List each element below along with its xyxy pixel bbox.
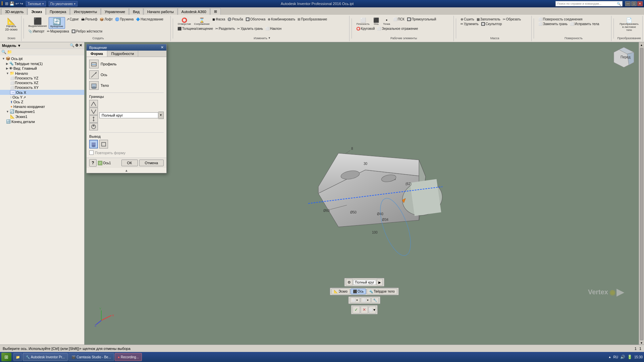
btn-tochka[interactable]: • Точка	[382, 17, 392, 26]
tree-expand-os[interactable]: ▼	[2, 57, 5, 60]
scroll-thumb[interactable]	[640, 48, 643, 340]
tree-item-ploskxz[interactable]: ⬜ Плоскость XZ	[0, 80, 84, 85]
scroll-down-btn[interactable]: ▼	[640, 342, 643, 345]
taskbar-btn-recording[interactable]: ● Recording...	[115, 353, 142, 361]
dialog-axis-btn[interactable]	[89, 70, 99, 79]
dialog-tab-podrobnosti[interactable]: Подробности	[107, 51, 139, 57]
dialog-boundary-select[interactable]: Полный круг	[99, 112, 158, 118]
tree-item-osx[interactable]: → Ось X	[0, 90, 84, 95]
mini-menu-btn[interactable]: ⬜▼	[369, 306, 376, 313]
btn-naklon[interactable]: ⬜ Наклон	[264, 26, 282, 31]
dialog-close-btn[interactable]: ✕	[161, 45, 164, 50]
dialog-help-btn[interactable]: ?	[89, 159, 97, 167]
btn-os[interactable]: ⬛ Ось	[371, 17, 381, 26]
izmenit-dropdown-arrow[interactable]: ▼	[268, 37, 271, 40]
btn-faska[interactable]: ◼ Фаска	[211, 17, 226, 21]
tree-item-eskiz1[interactable]: 📐 Эскиз1	[0, 114, 84, 119]
btn-loft[interactable]: 📦 Лофт	[99, 17, 114, 21]
tree-item-nachalo-coord[interactable]: ✦ Начало координат	[0, 104, 84, 109]
tree-expand-tverdye[interactable]: ▶	[6, 62, 8, 65]
mini-btn-a3[interactable]: 🔧	[371, 297, 379, 303]
dialog-profile-btn[interactable]	[89, 60, 99, 68]
sidebar-close-btn[interactable]: ✕	[79, 43, 82, 48]
tab-proverka[interactable]: Проверка	[46, 8, 70, 15]
tab-upravlenie[interactable]: Управление	[101, 8, 129, 15]
btn-shit[interactable]: ⊕ Сшить	[460, 17, 475, 21]
dropdown-style[interactable]: По умолчанию ▼	[49, 1, 78, 6]
btn-ispravit-tela[interactable]: ⬜ Исправить тела	[569, 22, 600, 26]
taskbar-up-arrow[interactable]: ▲	[608, 355, 611, 359]
battery-icon[interactable]: 🔋	[627, 355, 632, 359]
nav-cube[interactable]: Перед	[610, 46, 637, 72]
tab-3dmodel[interactable]: 3D-модель	[1, 8, 27, 15]
dialog-repeat-checkbox[interactable]	[89, 150, 94, 155]
sidebar-expand-btn[interactable]: 📁	[7, 50, 12, 54]
dialog-ok-btn[interactable]: ОК	[121, 160, 138, 166]
tree-item-osz[interactable]: ⬆ Ось Z	[0, 100, 84, 104]
btn-sopryazhenie[interactable]: ⌛ Сопряжение	[193, 17, 211, 26]
mini-btn-os[interactable]: ⬛ Ось	[351, 289, 366, 294]
close-btn[interactable]: ✕	[637, 1, 643, 6]
btn-skulptor[interactable]: 🔲 Скульптор	[480, 22, 503, 26]
dialog-arrow-up-btn[interactable]	[89, 100, 98, 107]
tree-item-konec[interactable]: 🔚 Конец детали	[0, 119, 84, 124]
dropdown-profile[interactable]: Типовые ▼	[26, 1, 46, 6]
dialog-output-solid-btn[interactable]	[89, 140, 98, 148]
tree-expand-vid[interactable]: ▶	[6, 67, 8, 70]
btn-import[interactable]: 📎 Импорт	[27, 29, 46, 34]
btn-pov-soedinenie[interactable]: ⬜ Поверхность соединения	[537, 17, 584, 21]
btn-obrezat[interactable]: ✂ Обрезать	[502, 17, 522, 21]
taskbar-btn-camtasia[interactable]: 🎬 Camtasia Studio - Be...	[68, 353, 114, 361]
taskbar-btn-explorer[interactable]: 📁	[13, 353, 22, 361]
mini-confirm-btn[interactable]: ✓	[353, 306, 360, 313]
btn-relef[interactable]: 🏔 Рельеф	[80, 17, 98, 21]
dialog-output-surface-btn[interactable]	[99, 140, 108, 148]
btn-krugovy[interactable]: ⭕ Круговой	[355, 26, 376, 31]
lang-indicator[interactable]: RU	[613, 355, 618, 359]
dialog-loop-btn[interactable]	[89, 123, 98, 130]
btn-zapolnitel[interactable]: ▦ Заполнитель	[476, 17, 501, 21]
btn-kombinirovat[interactable]: ⊕ Комбинировать	[267, 17, 296, 21]
btn-sdvig[interactable]: ↗ Сдвиг	[65, 17, 80, 21]
btn-ploskost[interactable]: ⬜ Плоскость	[355, 17, 371, 26]
qa-btn-redo[interactable]: ↪	[20, 1, 23, 6]
tree-item-ploskyz[interactable]: ⬜ Плоскость YZ	[0, 76, 84, 80]
btn-rezba[interactable]: 🔘 Резьба	[226, 17, 244, 21]
dialog-preview-checkbox[interactable]: ✓	[98, 161, 102, 165]
btn-otverstie[interactable]: ⭕ Отверстие	[176, 17, 193, 26]
dialog-cancel-btn[interactable]: Отмена	[139, 160, 164, 166]
search-box[interactable]: Поиск по справке и командам... 🔍	[555, 1, 623, 6]
mini-btn-a2[interactable]: ⬜ ▼	[361, 297, 371, 303]
btn-vydavlivanie[interactable]: ⬛ Выдавливание	[27, 17, 48, 28]
tree-item-vrashhenie1[interactable]: ▼ 🔄 Вращение1	[0, 109, 84, 114]
minimize-btn[interactable]: —	[625, 1, 631, 6]
btn-tolshina[interactable]: ⬛ Толщина/смещение	[176, 26, 214, 31]
viewport[interactable]: Перед ▲ ▼	[85, 42, 644, 345]
btn-convert-listovoe[interactable]: 📄 Преобразоватьв листовоетело	[618, 17, 640, 32]
btn-udalit-gran[interactable]: ✂ Удалить грань	[236, 26, 264, 31]
tree-expand-nachalo[interactable]: ▼	[6, 72, 9, 75]
qa-btn-save[interactable]: 💾	[9, 1, 14, 6]
dialog-boundary-arrow[interactable]: ▼	[158, 112, 164, 119]
mini-btn-a1[interactable]: ⬜ ▼	[350, 297, 360, 303]
tree-expand-vrashhenie1[interactable]: ▼	[6, 110, 9, 113]
btn-obolochka[interactable]: 🔲 Оболочка	[245, 17, 267, 21]
btn-pryamougolny[interactable]: 🔲 Прямоугольный	[406, 17, 437, 21]
btn-start-eskiz[interactable]: 📐 Начать2D-эскиз	[4, 17, 19, 32]
btn-markirovka[interactable]: ✏ Маркировка	[46, 29, 70, 34]
tab-vid[interactable]: Вид	[129, 8, 143, 15]
btn-pruzhina[interactable]: 🌀 Пружина	[114, 17, 135, 21]
tab-nachalo[interactable]: Начало работы	[144, 8, 177, 15]
tree-item-osy[interactable]: ↑ Ось Y ↗	[0, 95, 84, 100]
dialog-arrow-down-btn[interactable]	[89, 108, 98, 115]
tree-item-vid[interactable]: ▶ 👁 Вид: Главный	[0, 66, 84, 71]
btn-nasledovanie[interactable]: 🔷 Наследование	[135, 17, 164, 21]
btn-udlinit[interactable]: ✏ Удлинить	[460, 22, 480, 26]
sidebar-settings-btn[interactable]: ⚙	[75, 43, 78, 48]
speaker-icon[interactable]: 🔊	[620, 355, 625, 359]
scroll-up-btn[interactable]: ▲	[640, 44, 643, 47]
tab-extra[interactable]: ⊞	[210, 8, 221, 15]
qa-btn-new[interactable]: ⊞	[5, 1, 8, 6]
btn-rebro[interactable]: 🔲 Ребро жёсткости	[70, 29, 103, 34]
tree-item-tverdye[interactable]: ▶ 🔩 Твёрдые тела(1)	[0, 61, 84, 66]
